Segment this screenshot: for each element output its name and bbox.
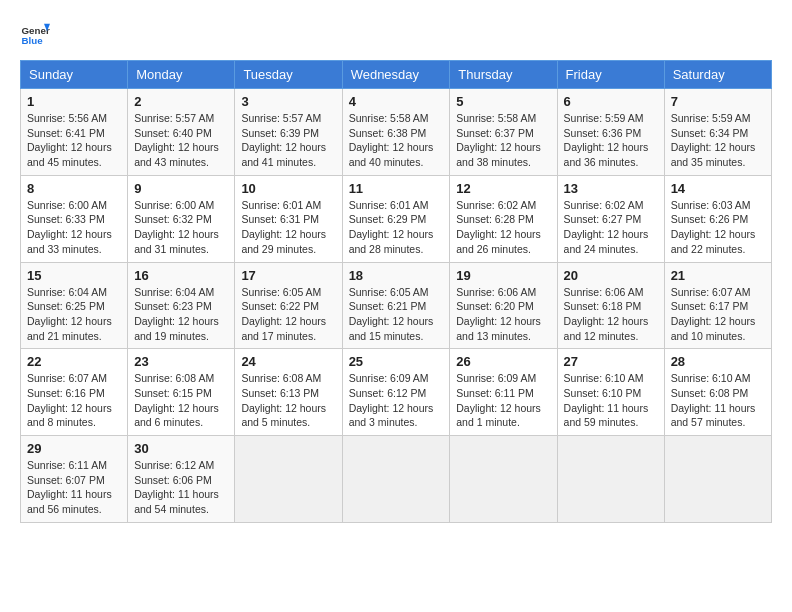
day-header-sunday: Sunday	[21, 61, 128, 89]
day-number: 27	[564, 354, 658, 369]
day-number: 22	[27, 354, 121, 369]
calendar-week-row: 1Sunrise: 5:56 AMSunset: 6:41 PMDaylight…	[21, 89, 772, 176]
day-info: Sunrise: 6:01 AMSunset: 6:31 PMDaylight:…	[241, 198, 335, 257]
day-info: Sunrise: 6:09 AMSunset: 6:12 PMDaylight:…	[349, 371, 444, 430]
calendar-cell: 13Sunrise: 6:02 AMSunset: 6:27 PMDayligh…	[557, 175, 664, 262]
calendar-cell: 23Sunrise: 6:08 AMSunset: 6:15 PMDayligh…	[128, 349, 235, 436]
calendar-cell: 27Sunrise: 6:10 AMSunset: 6:10 PMDayligh…	[557, 349, 664, 436]
day-header-friday: Friday	[557, 61, 664, 89]
day-info: Sunrise: 6:12 AMSunset: 6:06 PMDaylight:…	[134, 458, 228, 517]
calendar-cell: 2Sunrise: 5:57 AMSunset: 6:40 PMDaylight…	[128, 89, 235, 176]
day-info: Sunrise: 5:59 AMSunset: 6:34 PMDaylight:…	[671, 111, 765, 170]
day-number: 18	[349, 268, 444, 283]
day-number: 12	[456, 181, 550, 196]
day-info: Sunrise: 6:02 AMSunset: 6:28 PMDaylight:…	[456, 198, 550, 257]
calendar-cell: 5Sunrise: 5:58 AMSunset: 6:37 PMDaylight…	[450, 89, 557, 176]
calendar-cell: 6Sunrise: 5:59 AMSunset: 6:36 PMDaylight…	[557, 89, 664, 176]
day-info: Sunrise: 6:10 AMSunset: 6:08 PMDaylight:…	[671, 371, 765, 430]
day-header-thursday: Thursday	[450, 61, 557, 89]
day-number: 6	[564, 94, 658, 109]
calendar-table: SundayMondayTuesdayWednesdayThursdayFrid…	[20, 60, 772, 523]
day-info: Sunrise: 6:05 AMSunset: 6:21 PMDaylight:…	[349, 285, 444, 344]
calendar-cell: 14Sunrise: 6:03 AMSunset: 6:26 PMDayligh…	[664, 175, 771, 262]
calendar-cell: 12Sunrise: 6:02 AMSunset: 6:28 PMDayligh…	[450, 175, 557, 262]
day-number: 9	[134, 181, 228, 196]
day-info: Sunrise: 6:09 AMSunset: 6:11 PMDaylight:…	[456, 371, 550, 430]
calendar-cell	[450, 436, 557, 523]
calendar-cell: 4Sunrise: 5:58 AMSunset: 6:38 PMDaylight…	[342, 89, 450, 176]
day-number: 14	[671, 181, 765, 196]
calendar-cell: 25Sunrise: 6:09 AMSunset: 6:12 PMDayligh…	[342, 349, 450, 436]
calendar-cell: 17Sunrise: 6:05 AMSunset: 6:22 PMDayligh…	[235, 262, 342, 349]
day-info: Sunrise: 6:08 AMSunset: 6:13 PMDaylight:…	[241, 371, 335, 430]
day-info: Sunrise: 5:57 AMSunset: 6:39 PMDaylight:…	[241, 111, 335, 170]
day-info: Sunrise: 6:02 AMSunset: 6:27 PMDaylight:…	[564, 198, 658, 257]
day-number: 10	[241, 181, 335, 196]
day-info: Sunrise: 5:56 AMSunset: 6:41 PMDaylight:…	[27, 111, 121, 170]
calendar-cell: 11Sunrise: 6:01 AMSunset: 6:29 PMDayligh…	[342, 175, 450, 262]
day-info: Sunrise: 5:58 AMSunset: 6:37 PMDaylight:…	[456, 111, 550, 170]
calendar-cell	[342, 436, 450, 523]
day-info: Sunrise: 6:06 AMSunset: 6:20 PMDaylight:…	[456, 285, 550, 344]
day-number: 1	[27, 94, 121, 109]
calendar-cell: 3Sunrise: 5:57 AMSunset: 6:39 PMDaylight…	[235, 89, 342, 176]
day-header-tuesday: Tuesday	[235, 61, 342, 89]
day-number: 2	[134, 94, 228, 109]
calendar-cell: 30Sunrise: 6:12 AMSunset: 6:06 PMDayligh…	[128, 436, 235, 523]
calendar-cell: 29Sunrise: 6:11 AMSunset: 6:07 PMDayligh…	[21, 436, 128, 523]
calendar-header-row: SundayMondayTuesdayWednesdayThursdayFrid…	[21, 61, 772, 89]
day-info: Sunrise: 6:03 AMSunset: 6:26 PMDaylight:…	[671, 198, 765, 257]
calendar-cell: 1Sunrise: 5:56 AMSunset: 6:41 PMDaylight…	[21, 89, 128, 176]
day-number: 20	[564, 268, 658, 283]
calendar-cell: 28Sunrise: 6:10 AMSunset: 6:08 PMDayligh…	[664, 349, 771, 436]
day-header-saturday: Saturday	[664, 61, 771, 89]
day-number: 11	[349, 181, 444, 196]
day-number: 13	[564, 181, 658, 196]
day-number: 28	[671, 354, 765, 369]
day-info: Sunrise: 6:11 AMSunset: 6:07 PMDaylight:…	[27, 458, 121, 517]
calendar-cell	[664, 436, 771, 523]
calendar-cell	[557, 436, 664, 523]
day-number: 29	[27, 441, 121, 456]
calendar-cell: 24Sunrise: 6:08 AMSunset: 6:13 PMDayligh…	[235, 349, 342, 436]
calendar-week-row: 29Sunrise: 6:11 AMSunset: 6:07 PMDayligh…	[21, 436, 772, 523]
day-number: 8	[27, 181, 121, 196]
day-number: 7	[671, 94, 765, 109]
day-number: 16	[134, 268, 228, 283]
calendar-cell: 15Sunrise: 6:04 AMSunset: 6:25 PMDayligh…	[21, 262, 128, 349]
day-info: Sunrise: 6:04 AMSunset: 6:23 PMDaylight:…	[134, 285, 228, 344]
calendar-cell: 16Sunrise: 6:04 AMSunset: 6:23 PMDayligh…	[128, 262, 235, 349]
calendar-week-row: 15Sunrise: 6:04 AMSunset: 6:25 PMDayligh…	[21, 262, 772, 349]
calendar-cell	[235, 436, 342, 523]
calendar-cell: 26Sunrise: 6:09 AMSunset: 6:11 PMDayligh…	[450, 349, 557, 436]
day-number: 26	[456, 354, 550, 369]
day-number: 15	[27, 268, 121, 283]
day-info: Sunrise: 6:08 AMSunset: 6:15 PMDaylight:…	[134, 371, 228, 430]
calendar-cell: 7Sunrise: 5:59 AMSunset: 6:34 PMDaylight…	[664, 89, 771, 176]
day-info: Sunrise: 6:05 AMSunset: 6:22 PMDaylight:…	[241, 285, 335, 344]
day-number: 5	[456, 94, 550, 109]
day-info: Sunrise: 6:10 AMSunset: 6:10 PMDaylight:…	[564, 371, 658, 430]
day-number: 24	[241, 354, 335, 369]
day-number: 3	[241, 94, 335, 109]
logo: General Blue	[20, 20, 50, 50]
day-number: 17	[241, 268, 335, 283]
svg-text:Blue: Blue	[22, 35, 44, 46]
calendar-cell: 22Sunrise: 6:07 AMSunset: 6:16 PMDayligh…	[21, 349, 128, 436]
day-number: 25	[349, 354, 444, 369]
day-info: Sunrise: 6:07 AMSunset: 6:17 PMDaylight:…	[671, 285, 765, 344]
calendar-cell: 20Sunrise: 6:06 AMSunset: 6:18 PMDayligh…	[557, 262, 664, 349]
day-number: 4	[349, 94, 444, 109]
day-number: 19	[456, 268, 550, 283]
calendar-cell: 18Sunrise: 6:05 AMSunset: 6:21 PMDayligh…	[342, 262, 450, 349]
day-info: Sunrise: 6:00 AMSunset: 6:33 PMDaylight:…	[27, 198, 121, 257]
day-number: 30	[134, 441, 228, 456]
day-info: Sunrise: 5:57 AMSunset: 6:40 PMDaylight:…	[134, 111, 228, 170]
calendar-week-row: 22Sunrise: 6:07 AMSunset: 6:16 PMDayligh…	[21, 349, 772, 436]
day-info: Sunrise: 5:59 AMSunset: 6:36 PMDaylight:…	[564, 111, 658, 170]
day-info: Sunrise: 6:07 AMSunset: 6:16 PMDaylight:…	[27, 371, 121, 430]
day-info: Sunrise: 6:04 AMSunset: 6:25 PMDaylight:…	[27, 285, 121, 344]
calendar-cell: 19Sunrise: 6:06 AMSunset: 6:20 PMDayligh…	[450, 262, 557, 349]
calendar-cell: 8Sunrise: 6:00 AMSunset: 6:33 PMDaylight…	[21, 175, 128, 262]
day-number: 23	[134, 354, 228, 369]
